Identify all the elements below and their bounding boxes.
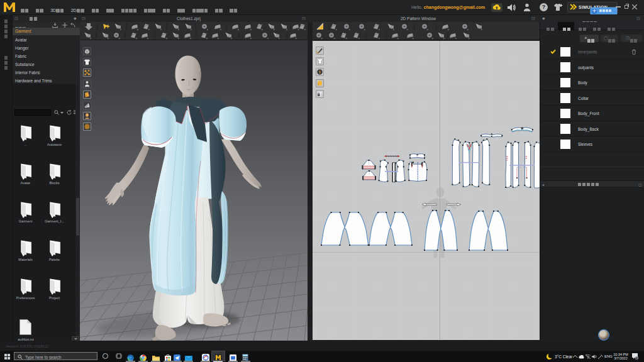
svg-text:i: i — [319, 70, 320, 75]
